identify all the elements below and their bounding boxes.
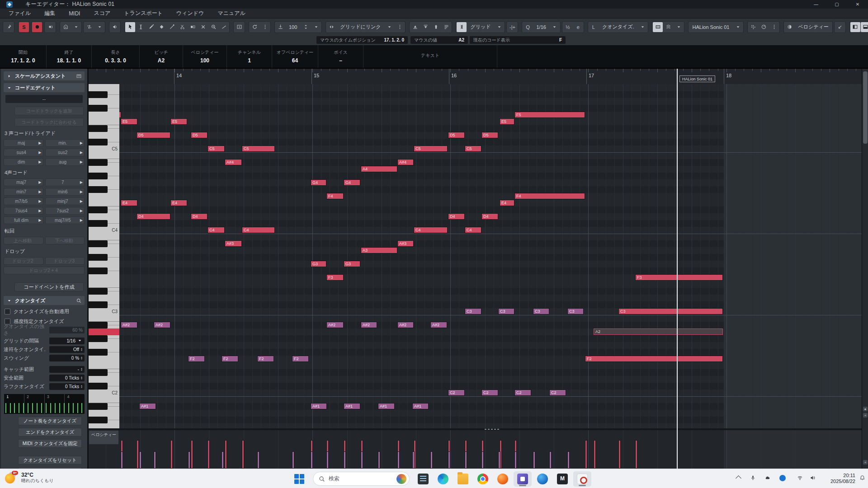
submenu-arrow-icon[interactable]: ▶ bbox=[80, 190, 83, 194]
chevron-down-icon[interactable] bbox=[674, 22, 684, 32]
note-expression-icon[interactable] bbox=[61, 22, 71, 32]
chord-button-min7[interactable]: min7▶ bbox=[4, 188, 43, 196]
vertical-scrollbar[interactable]: ● + + bbox=[862, 69, 868, 469]
grid-spacing-field[interactable]: 1/16 bbox=[49, 338, 85, 344]
corner-arrow-icon[interactable]: ↙ bbox=[835, 22, 845, 32]
chord-button-min6[interactable]: min6▶ bbox=[45, 188, 85, 196]
velocity-bar[interactable] bbox=[222, 451, 224, 469]
black-key[interactable] bbox=[89, 349, 108, 356]
black-key[interactable] bbox=[89, 173, 108, 179]
drop-2-4-button[interactable]: ドロップ2 + 4 bbox=[4, 267, 85, 274]
tray-expand-icon[interactable] bbox=[732, 475, 744, 480]
velocity-bar[interactable] bbox=[618, 440, 621, 469]
black-key[interactable] bbox=[89, 335, 108, 342]
chevron-down-icon[interactable] bbox=[94, 22, 104, 32]
chevron-down-icon[interactable] bbox=[550, 22, 560, 32]
midi-note-D5[interactable]: D5 bbox=[448, 132, 465, 138]
timeline-ruler[interactable]: 1415161718HALion Sonic 01 bbox=[89, 69, 862, 84]
submenu-arrow-icon[interactable]: ▶ bbox=[80, 181, 83, 184]
chord-button-7sus2[interactable]: 7sus2▶ bbox=[45, 207, 85, 215]
range-select-icon[interactable] bbox=[136, 22, 146, 32]
toolbar-value[interactable]: グリッドにリンク bbox=[337, 23, 384, 30]
note-grid[interactable]: F5E5E5E5D5D5D5D5C5C5C5C5A#4A#4A4G4G4F4F4… bbox=[119, 84, 862, 428]
tuplet-quantize-field[interactable]: Off▲ ▼ bbox=[49, 346, 85, 353]
velocity-bar[interactable] bbox=[326, 451, 329, 469]
black-key[interactable] bbox=[89, 417, 108, 423]
zoom-in-button[interactable]: + bbox=[863, 413, 868, 418]
velocity-bar[interactable] bbox=[549, 451, 552, 469]
midi-note-F3[interactable]: F3 bbox=[326, 274, 344, 281]
chord-button-aug[interactable]: aug▶ bbox=[45, 158, 85, 166]
velocity-bar[interactable] bbox=[188, 451, 190, 469]
midi-note-G3[interactable]: G3 bbox=[344, 261, 360, 267]
stepper-icon[interactable] bbox=[301, 22, 311, 32]
toolbar-value[interactable]: ベロシティー bbox=[795, 23, 831, 30]
submenu-arrow-icon[interactable]: ▶ bbox=[38, 209, 41, 213]
midi-note-C4[interactable]: C4 bbox=[242, 227, 275, 233]
kebab-icon[interactable] bbox=[260, 22, 270, 32]
length-quantize-icon[interactable]: L bbox=[589, 22, 599, 32]
minimize-button[interactable]: — bbox=[806, 0, 826, 9]
taskbar-app-edge[interactable] bbox=[434, 471, 452, 487]
velocity-lane[interactable]: ベロシティー bbox=[89, 430, 862, 469]
velocity-bar[interactable] bbox=[344, 451, 346, 469]
metronome-icon[interactable] bbox=[759, 22, 769, 32]
swing-field[interactable]: 0 %▲ ▼ bbox=[49, 355, 85, 361]
toolbar-value[interactable]: HALion Sonic 01 bbox=[689, 24, 732, 30]
nudge-up-icon[interactable] bbox=[431, 22, 441, 32]
menu-item-6[interactable]: マニュアル bbox=[212, 9, 251, 18]
object-selection-icon[interactable] bbox=[125, 22, 135, 32]
midi-note-F5[interactable] bbox=[119, 112, 121, 118]
taskbar-app-app-blue[interactable] bbox=[533, 471, 552, 487]
midi-note-A#1[interactable]: A#1 bbox=[344, 403, 360, 409]
submenu-arrow-icon[interactable]: ▶ bbox=[38, 200, 41, 203]
split-icon[interactable] bbox=[177, 22, 187, 32]
black-key[interactable] bbox=[89, 139, 108, 145]
mic-icon[interactable] bbox=[747, 475, 759, 481]
submenu-arrow-icon[interactable]: ▶ bbox=[80, 151, 83, 155]
onedrive-icon[interactable] bbox=[761, 475, 773, 481]
velocity-bar[interactable] bbox=[481, 451, 484, 469]
chord-button-full dim[interactable]: full dim▶ bbox=[4, 216, 43, 224]
submenu-arrow-icon[interactable]: ▶ bbox=[80, 219, 83, 222]
safe-range-field[interactable]: 0 Ticks▲ ▼ bbox=[49, 375, 85, 381]
playhead[interactable] bbox=[677, 69, 678, 469]
spinner-icon[interactable]: ▲ ▼ bbox=[80, 356, 83, 360]
glue-icon[interactable] bbox=[188, 22, 198, 32]
chevron-down-icon[interactable] bbox=[71, 22, 81, 32]
midi-note-A4[interactable]: A4 bbox=[361, 166, 397, 172]
close-button[interactable]: ✕ bbox=[847, 0, 868, 9]
chevron-down-icon[interactable] bbox=[77, 338, 83, 344]
submenu-arrow-icon[interactable]: ▶ bbox=[80, 209, 83, 213]
link-grid-icon[interactable] bbox=[326, 22, 336, 32]
submenu-arrow-icon[interactable]: ▶ bbox=[80, 200, 83, 203]
quantize-reset-button[interactable]: クオンタイズをリセット bbox=[18, 456, 82, 465]
submenu-arrow-icon[interactable]: ▶ bbox=[38, 160, 41, 164]
zone-left-icon[interactable] bbox=[850, 22, 860, 32]
midi-note-D5[interactable]: D5 bbox=[191, 132, 208, 138]
taskbar-app-mail[interactable]: M bbox=[553, 471, 571, 487]
velocity-bar[interactable] bbox=[567, 451, 570, 469]
weather-widget[interactable]: 9+ 32°C 晴れのちくもり bbox=[5, 471, 53, 484]
search-highlight-icon[interactable] bbox=[396, 474, 406, 484]
vertical-scrollbar-thumb[interactable] bbox=[863, 71, 868, 144]
zoom-dot-button[interactable]: ● bbox=[863, 407, 868, 411]
inversion-button[interactable]: 下へ移動 bbox=[45, 237, 85, 244]
midi-note-A#2[interactable]: A#2 bbox=[326, 322, 344, 328]
menu-item-4[interactable]: トランスポート bbox=[118, 9, 169, 18]
black-key[interactable] bbox=[89, 301, 108, 308]
kebab-icon[interactable] bbox=[395, 22, 405, 32]
toolbar-value[interactable]: グリッド bbox=[467, 23, 494, 30]
chord-button-maj7/#5[interactable]: maj7/#5▶ bbox=[45, 216, 85, 224]
midi-note-E5[interactable]: E5 bbox=[500, 118, 514, 125]
add-chord-track-button[interactable]: コードトラックを追加 bbox=[14, 107, 84, 115]
midi-note-A#4[interactable]: A#4 bbox=[225, 159, 242, 165]
velocity-bar[interactable] bbox=[311, 451, 313, 469]
chord-button-dim[interactable]: dim▶ bbox=[4, 158, 43, 166]
taskbar-app-app-purple[interactable] bbox=[514, 471, 532, 487]
black-key[interactable] bbox=[89, 206, 108, 213]
chord-button-7sus4[interactable]: 7sus4▶ bbox=[4, 207, 43, 215]
wifi-icon[interactable] bbox=[794, 475, 806, 481]
submenu-arrow-icon[interactable]: ▶ bbox=[80, 141, 83, 145]
midi-note-E4[interactable]: E4 bbox=[500, 200, 514, 206]
